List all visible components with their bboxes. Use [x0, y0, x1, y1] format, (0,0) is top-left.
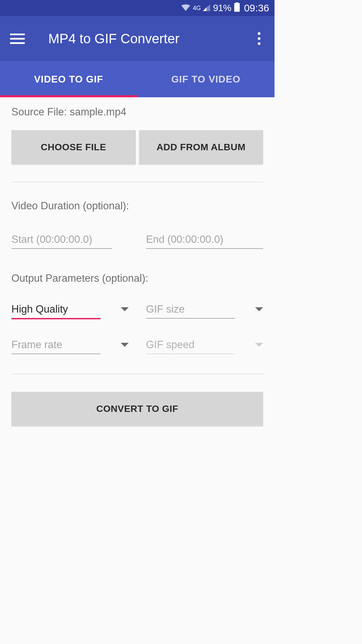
tab-video-to-gif[interactable]: VIDEO TO GIF — [0, 61, 137, 97]
file-button-row: CHOOSE FILE ADD FROM ALBUM — [11, 130, 263, 164]
network-type: 4G — [193, 5, 201, 12]
divider — [11, 182, 263, 182]
start-field-wrapper — [11, 231, 129, 249]
chevron-down-icon — [255, 343, 263, 347]
duration-inputs — [11, 231, 263, 249]
end-input[interactable] — [146, 231, 263, 249]
menu-icon[interactable] — [10, 31, 25, 46]
quality-value: High Quality — [11, 303, 68, 315]
gif-speed-placeholder: GIF speed — [146, 339, 195, 351]
source-filename: sample.mp4 — [70, 106, 126, 118]
start-input[interactable] — [11, 231, 112, 249]
svg-rect-1 — [236, 2, 238, 4]
chevron-down-icon — [121, 307, 129, 311]
gif-size-placeholder: GIF size — [146, 303, 185, 315]
choose-file-button[interactable]: CHOOSE FILE — [11, 130, 136, 164]
tabs: VIDEO TO GIF GIF TO VIDEO — [0, 61, 275, 97]
main-content: Source File: sample.mp4 CHOOSE FILE ADD … — [0, 97, 275, 435]
status-bar: 4G 91% 09:36 — [0, 0, 275, 16]
gif-speed-dropdown[interactable]: GIF speed — [146, 339, 263, 354]
output-row-2: Frame rate GIF speed — [11, 339, 263, 354]
end-field-wrapper — [146, 231, 263, 249]
app-bar: MP4 to GIF Converter — [0, 16, 275, 61]
more-icon[interactable] — [252, 31, 266, 46]
wifi-icon — [181, 3, 190, 13]
battery-icon — [234, 2, 240, 14]
source-file-label: Source File: sample.mp4 — [11, 106, 263, 118]
chevron-down-icon — [121, 343, 129, 347]
battery-percent: 91% — [213, 3, 231, 13]
tab-gif-to-video[interactable]: GIF TO VIDEO — [137, 61, 275, 97]
frame-rate-placeholder: Frame rate — [11, 339, 62, 351]
chevron-down-icon — [255, 307, 263, 311]
gif-size-dropdown[interactable]: GIF size — [146, 303, 263, 319]
convert-section: CONVERT TO GIF — [11, 392, 263, 426]
frame-rate-dropdown[interactable]: Frame rate — [11, 339, 129, 354]
add-from-album-button[interactable]: ADD FROM ALBUM — [139, 130, 263, 164]
page-title: MP4 to GIF Converter — [48, 31, 252, 46]
convert-button[interactable]: CONVERT TO GIF — [11, 392, 263, 426]
duration-label: Video Duration (optional): — [11, 200, 263, 212]
quality-dropdown[interactable]: High Quality — [11, 303, 129, 319]
clock: 09:36 — [244, 2, 269, 14]
divider — [11, 374, 263, 374]
output-row-1: High Quality GIF size — [11, 303, 263, 319]
signal-icon — [203, 3, 210, 13]
output-label: Output Parameters (optional): — [11, 272, 263, 284]
svg-rect-0 — [234, 3, 240, 12]
